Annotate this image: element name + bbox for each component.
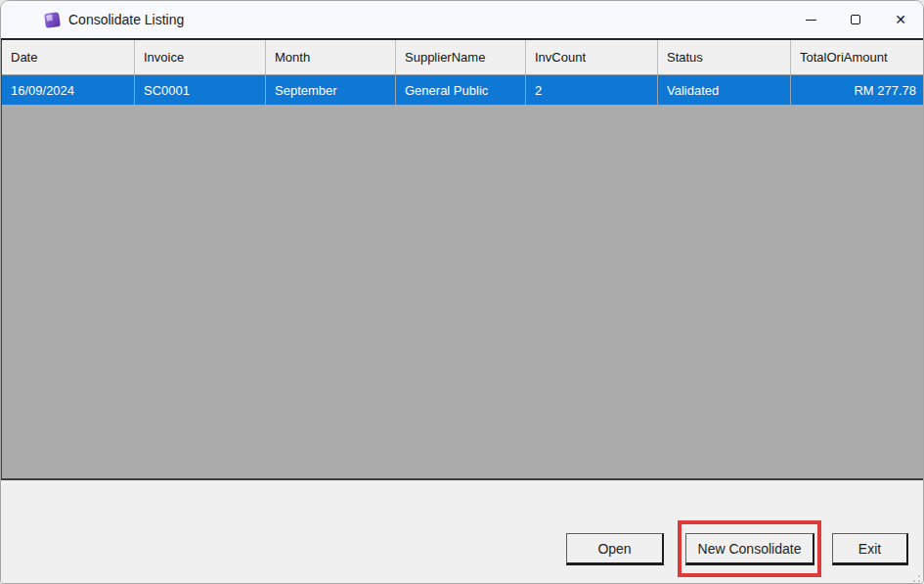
minimize-button[interactable] (788, 1, 833, 38)
exit-button[interactable]: Exit (832, 533, 908, 565)
column-header-date[interactable]: Date (2, 40, 135, 74)
app-book-icon (44, 12, 61, 28)
table-row-selected[interactable]: 16/09/2024 SC0001 September General Publ… (2, 75, 924, 105)
consolidate-listing-window: Consolidate Listing ✕ Date Invoice Month… (0, 0, 924, 584)
grid-header-row: Date Invoice Month SupplierName InvCount… (2, 40, 924, 75)
resize-grip[interactable] (908, 570, 920, 582)
maximize-icon (851, 15, 860, 24)
close-icon: ✕ (895, 13, 906, 26)
cell-month: September (266, 75, 396, 105)
column-header-month[interactable]: Month (266, 40, 396, 74)
consolidate-grid: Date Invoice Month SupplierName InvCount… (1, 40, 924, 478)
cell-suppliername: General Public (396, 75, 526, 105)
column-header-suppliername[interactable]: SupplierName (396, 40, 526, 74)
column-header-status[interactable]: Status (658, 40, 791, 74)
open-button[interactable]: Open (566, 533, 664, 565)
close-button[interactable]: ✕ (878, 1, 923, 38)
column-header-totaloriamount[interactable]: TotalOriAmount (791, 40, 924, 74)
footer-panel: Open New Consolidate Exit (1, 480, 923, 584)
cell-invcount: 2 (526, 75, 658, 105)
cell-totaloriamount: RM 277.78 (791, 75, 924, 105)
minimize-icon (806, 20, 816, 21)
new-consolidate-button[interactable]: New Consolidate (685, 533, 814, 565)
window-controls: ✕ (788, 1, 923, 38)
column-header-invcount[interactable]: InvCount (526, 40, 658, 74)
cell-date: 16/09/2024 (2, 75, 135, 105)
window-title: Consolidate Listing (68, 12, 184, 27)
cell-status: Validated (658, 75, 791, 105)
column-header-invoice[interactable]: Invoice (135, 40, 266, 74)
red-highlight-annotation: New Consolidate (678, 520, 821, 577)
titlebar: Consolidate Listing ✕ (1, 1, 923, 38)
maximize-button[interactable] (833, 1, 878, 38)
cell-invoice: SC0001 (135, 75, 266, 105)
